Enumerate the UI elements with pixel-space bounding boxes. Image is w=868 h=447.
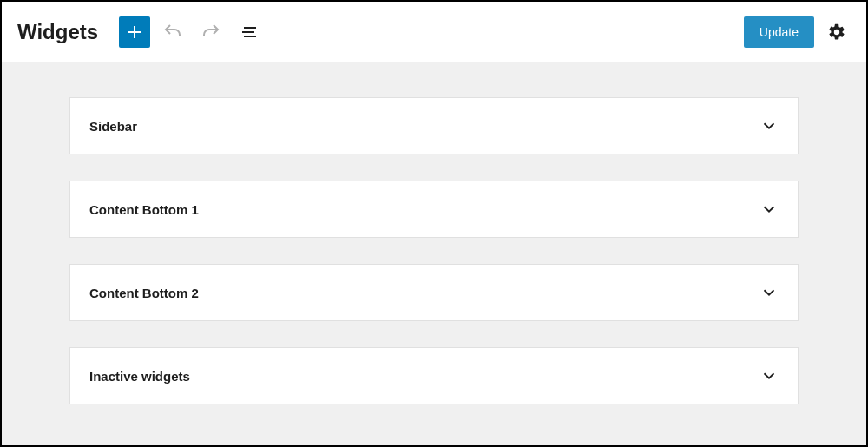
chevron-down-icon [760,366,779,385]
gear-icon [827,23,846,42]
update-button[interactable]: Update [744,16,814,48]
plus-icon [124,22,145,43]
widget-area-title: Sidebar [89,119,137,134]
widget-area-content-bottom-2[interactable]: Content Bottom 2 [69,264,799,321]
add-block-button[interactable] [119,16,150,48]
widget-area-title: Content Bottom 2 [89,286,199,300]
widget-area-inactive[interactable]: Inactive widgets [69,347,799,404]
app-frame: Widgets [0,0,868,447]
widget-area-sidebar[interactable]: Sidebar [69,97,799,154]
redo-button[interactable] [195,16,227,48]
redo-icon [201,22,221,43]
chevron-down-icon [760,200,779,219]
widget-area-title: Content Bottom 1 [89,202,199,217]
list-view-icon [239,22,260,43]
widget-area-content-bottom-1[interactable]: Content Bottom 1 [69,181,799,238]
widget-areas-content: Sidebar Content Bottom 1 Content Bottom … [2,62,866,445]
toolbar: Widgets [2,2,866,62]
settings-button[interactable] [821,16,852,48]
chevron-down-icon [760,283,779,302]
page-title: Widgets [17,20,98,44]
chevron-down-icon [760,116,779,135]
undo-icon [162,22,183,43]
widget-area-title: Inactive widgets [89,369,190,384]
undo-button[interactable] [157,16,188,48]
list-view-button[interactable] [233,16,265,48]
